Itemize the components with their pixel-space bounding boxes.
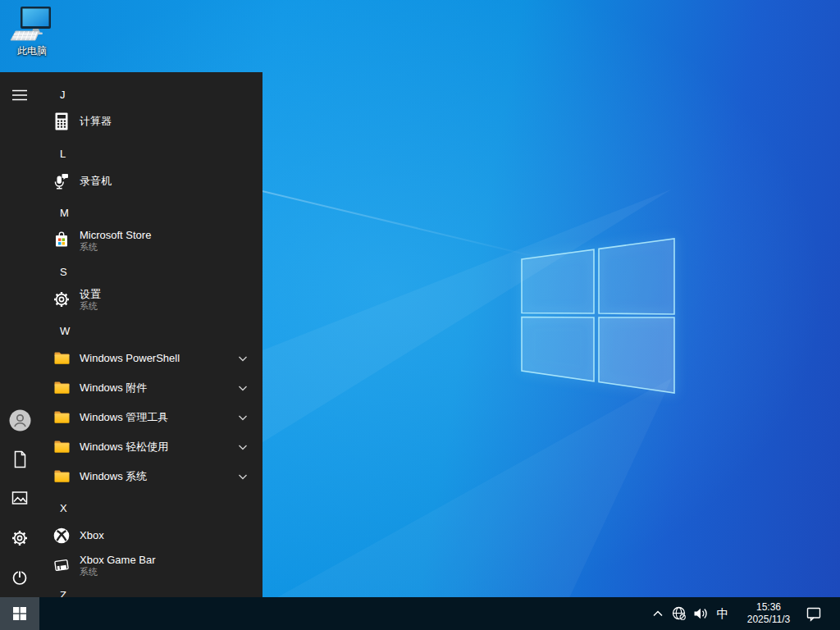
folder-icon <box>51 436 72 458</box>
user-account-button[interactable] <box>0 400 39 440</box>
action-center-icon <box>806 605 822 622</box>
voice-recorder-icon <box>51 171 72 192</box>
speaker-icon <box>692 605 709 622</box>
start-menu-item-sublabel: 系统 <box>80 567 156 578</box>
start-menu-folder-windows-powershell[interactable]: Windows PowerShell <box>39 344 262 373</box>
ime-indicator[interactable]: 中 <box>714 597 732 630</box>
start-menu-folder-windows-accessories[interactable]: Windows 附件 <box>39 373 262 403</box>
action-center-button[interactable] <box>806 597 822 630</box>
windows-logo-icon <box>11 605 28 622</box>
start-menu-item-label: Windows 系统 <box>80 470 147 483</box>
start-menu-item-settings[interactable]: 设置 系统 <box>39 281 262 317</box>
start-menu-item-label: 设置 <box>80 288 101 301</box>
folder-icon <box>51 407 72 428</box>
chevron-down-icon <box>236 352 249 365</box>
start-menu-item-label: Windows 附件 <box>80 381 147 395</box>
folder-icon <box>51 377 72 399</box>
taskbar: 中 15:36 2025/11/3 <box>0 597 840 630</box>
start-menu-item-label: 计算器 <box>80 115 112 128</box>
start-menu-item-label: Microsoft Store <box>80 229 151 242</box>
section-header-label: M <box>60 207 69 219</box>
power-icon <box>10 568 30 587</box>
desktop-icon-label: 此电脑 <box>17 45 47 57</box>
settings-gear-icon <box>51 289 72 310</box>
start-menu-item-label: Windows 轻松使用 <box>80 441 168 454</box>
chevron-down-icon <box>236 470 249 483</box>
start-menu-folder-windows-system[interactable]: Windows 系统 <box>39 462 262 491</box>
section-header-label: S <box>60 266 67 278</box>
this-pc-icon <box>10 5 54 44</box>
start-menu-item-label: 录音机 <box>80 175 112 188</box>
start-menu-item-voice-recorder[interactable]: 录音机 <box>39 167 262 196</box>
desktop: 此电脑 <box>0 0 840 630</box>
windows-wallpaper-logo <box>517 235 678 395</box>
settings-button[interactable] <box>0 518 39 558</box>
start-menu-item-calculator[interactable]: 计算器 <box>39 107 262 136</box>
expand-menu-button[interactable] <box>0 75 39 115</box>
pictures-icon <box>10 488 30 508</box>
network-status-button[interactable] <box>671 597 687 630</box>
folder-icon <box>51 466 72 487</box>
pictures-button[interactable] <box>0 478 39 518</box>
start-menu-folder-windows-admin-tools[interactable]: Windows 管理工具 <box>39 403 262 432</box>
start-menu-section-header-z[interactable]: Z <box>60 580 66 597</box>
start-button[interactable] <box>0 597 39 630</box>
start-menu-item-microsoft-store[interactable]: Microsoft Store 系统 <box>39 222 262 258</box>
folder-icon <box>51 348 72 369</box>
chevron-up-icon <box>651 606 665 621</box>
xbox-game-bar-icon <box>51 555 72 576</box>
section-header-label: X <box>60 502 67 514</box>
chevron-down-icon <box>236 411 249 424</box>
start-menu-app-list: J 计算器 L <box>39 72 262 597</box>
start-menu-item-label: Xbox Game Bar <box>80 554 156 567</box>
documents-button[interactable] <box>0 440 39 479</box>
start-menu-section-header-x[interactable]: X <box>60 493 67 523</box>
system-tray: 中 15:36 2025/11/3 <box>650 597 840 630</box>
documents-icon <box>10 450 30 469</box>
taskbar-clock[interactable]: 15:36 2025/11/3 <box>737 601 801 626</box>
clock-time: 15:36 <box>737 601 801 614</box>
microsoft-store-icon <box>51 230 72 251</box>
start-menu-item-sublabel: 系统 <box>80 301 101 312</box>
start-menu-item-label: Windows 管理工具 <box>80 411 168 424</box>
section-header-label: L <box>60 148 66 160</box>
start-menu-item-sublabel: 系统 <box>80 242 151 253</box>
start-menu-folder-windows-ease-of-access[interactable]: Windows 轻松使用 <box>39 432 262 462</box>
volume-button[interactable] <box>692 597 709 630</box>
start-menu-section-header-w[interactable]: W <box>60 316 70 345</box>
chevron-down-icon <box>236 441 249 454</box>
start-menu-section-header-j[interactable]: J <box>60 80 66 109</box>
clock-date: 2025/11/3 <box>737 614 801 626</box>
show-hidden-icons-button[interactable] <box>650 597 666 630</box>
start-menu-item-xbox-game-bar[interactable]: Xbox Game Bar 系统 <box>39 547 262 583</box>
section-header-label: J <box>60 89 66 101</box>
hamburger-menu-icon <box>11 89 28 102</box>
xbox-icon <box>51 525 72 546</box>
start-menu-rail <box>0 72 39 597</box>
power-button[interactable] <box>0 558 39 597</box>
start-menu-section-header-l[interactable]: L <box>60 139 66 168</box>
section-header-label: W <box>60 325 70 337</box>
network-globe-offline-icon <box>671 605 687 622</box>
start-menu-item-xbox[interactable]: Xbox <box>39 521 262 550</box>
desktop-icon-this-pc[interactable]: 此电脑 <box>3 5 61 57</box>
settings-icon <box>10 528 30 548</box>
start-menu: J 计算器 L <box>0 72 262 597</box>
calculator-icon <box>51 111 72 132</box>
start-menu-item-label: Xbox <box>80 529 104 542</box>
user-avatar-icon <box>9 409 31 431</box>
section-header-label: Z <box>60 589 66 598</box>
start-menu-item-label: Windows PowerShell <box>80 352 180 365</box>
chevron-down-icon <box>236 381 249 395</box>
